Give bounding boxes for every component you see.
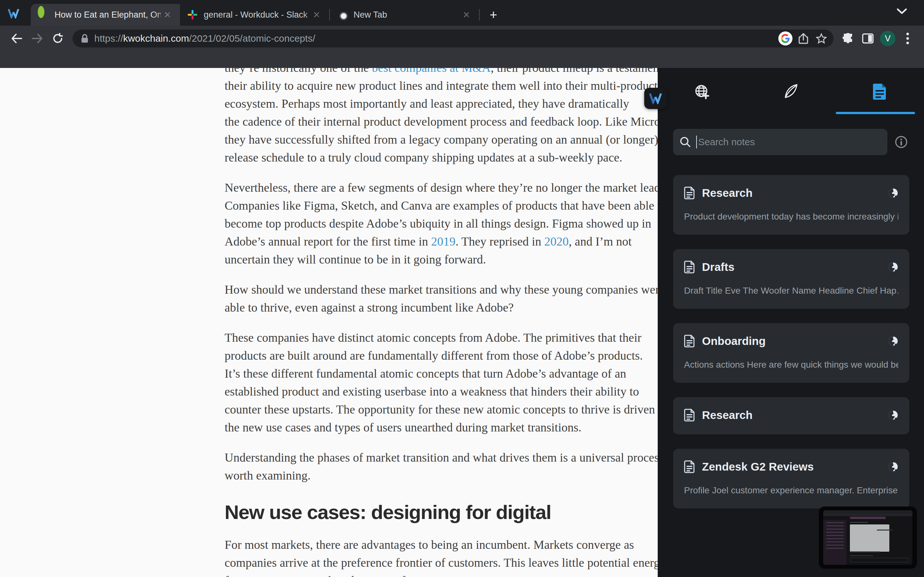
article-line: the cadence of their internal product de… [225,113,706,131]
note-globe-icon [888,188,898,198]
share-icon[interactable] [795,30,813,47]
tab-article[interactable]: How to Eat an Elephant, One A ✕ [31,4,180,26]
article-line: worth examining. [225,466,706,484]
note-snippet: Profile Joel customer experience manager… [684,485,898,496]
bookmark-star-icon[interactable] [813,30,830,47]
note-card[interactable]: Research [673,397,909,434]
article-text: ecosystem. Perhaps most importantly and … [225,97,629,110]
article-line: ecosystem. Perhaps most importantly and … [225,95,706,113]
note-globe-icon [888,410,898,420]
panel-tab-web-capture[interactable] [658,68,746,115]
panel-tab-highlighter[interactable] [746,68,835,115]
active-tab-underline [836,112,915,114]
url-bar[interactable]: https://kwokchain.com/2021/02/05/atomic-… [73,29,834,47]
note-globe-icon [888,336,898,346]
reload-button[interactable] [47,29,68,47]
tab-title: How to Eat an Elephant, One A [55,10,161,20]
note-title: Research [702,409,888,422]
quill-icon [783,83,799,100]
article-text: for new entrants to take advantage of [225,574,405,577]
url-text: https://kwokchain.com/2021/02/05/atomic-… [94,33,776,44]
tab-search-chevron-icon[interactable] [897,8,907,15]
note-title: Onboarding [702,335,888,348]
article-line: These companies have distinct atomic con… [225,329,706,347]
note-doc-icon [684,409,695,422]
note-doc-icon [684,261,695,274]
article-line: they have successfully shifted from a le… [225,131,706,148]
tab-strip: How to Eat an Elephant, One A ✕ general … [0,0,924,26]
new-tab-button[interactable]: + [484,5,503,24]
tab-title-fade [450,4,479,26]
side-panel-icon[interactable] [858,29,878,47]
note-card[interactable]: Drafts Draft Title Eve The Woofer Name H… [673,249,909,309]
article-text: uncertain they will continue to be in it… [225,253,486,266]
article-line: able to thrive, even against a strong in… [225,298,706,316]
notes-list: Research Product development today has b… [658,155,924,508]
article-text: Understanding the phases of market trans… [225,451,664,464]
inline-link[interactable]: 2019 [431,235,456,248]
article-line: for new entrants to take advantage of [225,572,706,577]
article-text: For most markets, there are advantages t… [225,538,634,551]
article-text: Adobe’s annual report for the first time… [225,235,431,248]
note-doc-icon-active [872,83,887,100]
note-title: Zendesk G2 Reviews [702,460,888,473]
search-icon [680,136,691,148]
notes-search-input[interactable]: Search notes [673,129,887,155]
article-line: Nevertheless, there are a few segments o… [225,179,706,197]
panel-tab-bar [658,68,924,115]
browser-toolbar: https://kwokchain.com/2021/02/05/atomic-… [0,26,924,68]
google-g-icon[interactable] [776,30,795,47]
article-text: counter these upstarts. The opportunity … [225,403,670,416]
article-body: they’re historically one of the best com… [225,68,706,577]
article-line: uncertain they will continue to be in it… [225,250,706,268]
article-text: How should we understand these market tr… [225,283,665,296]
note-title: Drafts [702,261,888,274]
tab-title-fade [300,4,329,26]
article-text: , their product lineup is a testament [491,68,662,74]
article-line: For most markets, there are advantages t… [225,536,706,554]
article-text: able to thrive, even against a strong in… [225,301,514,314]
article-text: Nevertheless, there are a few segments o… [225,181,672,194]
inline-link[interactable]: 2020 [544,235,569,248]
inline-link[interactable]: best companies at M&A [372,68,491,74]
note-card[interactable]: Zendesk G2 Reviews Profile Joel customer… [673,449,909,508]
lock-icon [81,34,89,43]
article-line: It’s these different fundamental atomic … [225,364,706,382]
article-text: they’re historically one of the [225,68,372,74]
tab-title: New Tab [354,10,460,20]
article-line: become top products despite Adobe’s ubiq… [225,214,706,232]
article-text: they have successfully shifted from a le… [225,133,658,146]
article-line: the new use cases and types of users une… [225,418,706,436]
slack-favicon [187,9,198,20]
extensions-puzzle-icon[interactable] [838,29,858,47]
note-doc-icon [684,460,695,473]
note-card[interactable]: Onboarding Actions actions Here are few … [673,323,909,383]
article-text: products are built around are fundamenta… [225,349,643,362]
note-card[interactable]: Research Product development today has b… [673,175,909,235]
back-button[interactable] [6,29,27,47]
profile-avatar[interactable]: V [878,29,898,47]
screen-preview-thumbnail[interactable] [819,506,917,569]
article-line: companies arrive at the preference front… [225,554,706,572]
article-text: Companies like Figma, Sketch, and Canva … [225,199,667,212]
article-line: Adobe’s annual report for the first time… [225,232,706,250]
tab-slack[interactable]: general - Workduck - Slack ✕ [180,4,329,26]
info-icon[interactable] [895,135,908,149]
article-text: worth examining. [225,469,310,482]
note-snippet: Draft Title Eve The Woofer Name Headline… [684,285,898,296]
article-text: . They reprised in [456,235,544,248]
note-title: Research [702,187,888,199]
panel-tab-notes[interactable] [835,68,924,115]
note-globe-icon [888,462,898,472]
article-text: It’s these different fundamental atomic … [225,367,626,380]
note-doc-icon [684,187,695,199]
browser-menu-icon[interactable] [898,29,918,47]
article-line: products are built around are fundamenta… [225,347,706,364]
forward-button[interactable] [27,29,47,47]
workduck-panel-toggle[interactable] [644,88,667,109]
article-text: These companies have distinct atomic con… [225,331,641,344]
tab-newtab[interactable]: New Tab ✕ [330,4,479,26]
article-text: the cadence of their internal product de… [225,115,682,128]
text-caret [696,135,697,148]
article-section-heading: New use cases: designing for digital [225,500,706,524]
